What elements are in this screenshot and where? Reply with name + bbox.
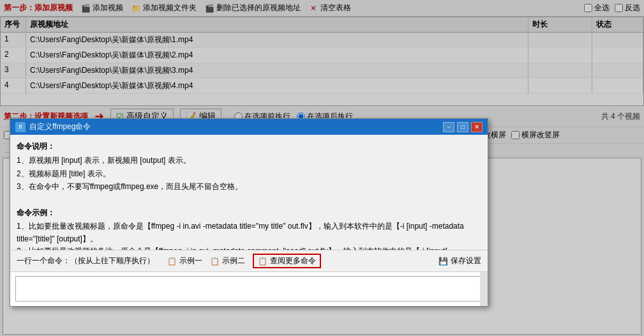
footer-buttons: 📋 示例一 📋 示例二 📋 查阅更多命令: [167, 254, 321, 268]
more-icon: 📋: [258, 257, 267, 266]
dialog-icon: ff: [15, 122, 26, 132]
example-title: 命令示例：: [17, 206, 481, 219]
dialog-close-button[interactable]: ✕: [471, 122, 483, 132]
dialog-minimize-button[interactable]: －: [443, 122, 454, 132]
ffmpeg-dialog: ff 自定义ffmpeg命令 － □ ✕ 命令说明： 1、原视频用 [input…: [10, 118, 488, 307]
command-input-area: [10, 271, 488, 306]
example1-icon: 📋: [167, 257, 177, 266]
example1-button[interactable]: 📋 示例一: [167, 256, 202, 266]
command-textarea[interactable]: [15, 276, 483, 302]
save-label: 保存设置: [451, 256, 481, 266]
footer-label: 一行一个命令：（按从上往下顺序执行）: [17, 256, 154, 266]
more-label: 查阅更多命令: [270, 256, 316, 266]
example-line2: 2、比如要批量改视频的备注，原命令是【ffmpeg -i in.avi -met…: [17, 245, 481, 250]
example2-label: 示例二: [222, 256, 245, 266]
dialog-title: 自定义ffmpeg命令: [29, 121, 91, 132]
dialog-controls: － □ ✕: [443, 122, 483, 132]
example1-label: 示例一: [179, 256, 202, 266]
dialog-title-left: ff 自定义ffmpeg命令: [15, 121, 91, 132]
desc-line2: 2、视频标题用 [title] 表示。: [17, 167, 481, 180]
textarea-scrollbar[interactable]: [480, 272, 488, 306]
desc-line3: 3、在命令中，不要写ffmpeg或ffmpeg.exe，而且头尾不留合空格。: [17, 180, 481, 193]
dialog-footer: 一行一个命令：（按从上往下顺序执行） 📋 示例一 📋 示例二 📋 查阅更多命令 …: [10, 250, 488, 271]
example2-button[interactable]: 📋 示例二: [210, 256, 245, 266]
desc-line1: 1、原视频用 [input] 表示，新视频用 [output] 表示。: [17, 154, 481, 167]
dialog-titlebar: ff 自定义ffmpeg命令 － □ ✕: [10, 119, 488, 135]
more-commands-button[interactable]: 📋 查阅更多命令: [253, 254, 321, 268]
dialog-maximize-button[interactable]: □: [457, 122, 468, 132]
save-button[interactable]: 💾 保存设置: [438, 256, 481, 266]
example-line1: 1、比如要批量改视频标题，原命令是【ffmpeg -i in.avi -meta…: [17, 220, 481, 245]
dialog-content: 命令说明： 1、原视频用 [input] 表示，新视频用 [output] 表示…: [10, 135, 488, 250]
desc-title: 命令说明：: [17, 140, 481, 153]
save-icon: 💾: [438, 257, 448, 266]
example2-icon: 📋: [210, 257, 220, 266]
